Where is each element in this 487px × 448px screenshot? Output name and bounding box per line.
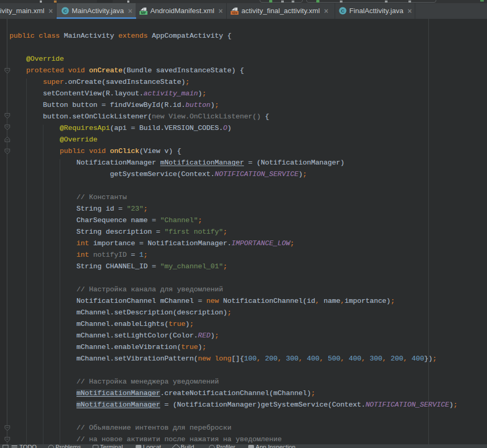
svg-text:C: C	[63, 8, 67, 14]
svg-text:</>: </>	[232, 11, 237, 15]
svg-text:MF: MF	[141, 11, 147, 15]
svg-text:C: C	[341, 8, 345, 14]
